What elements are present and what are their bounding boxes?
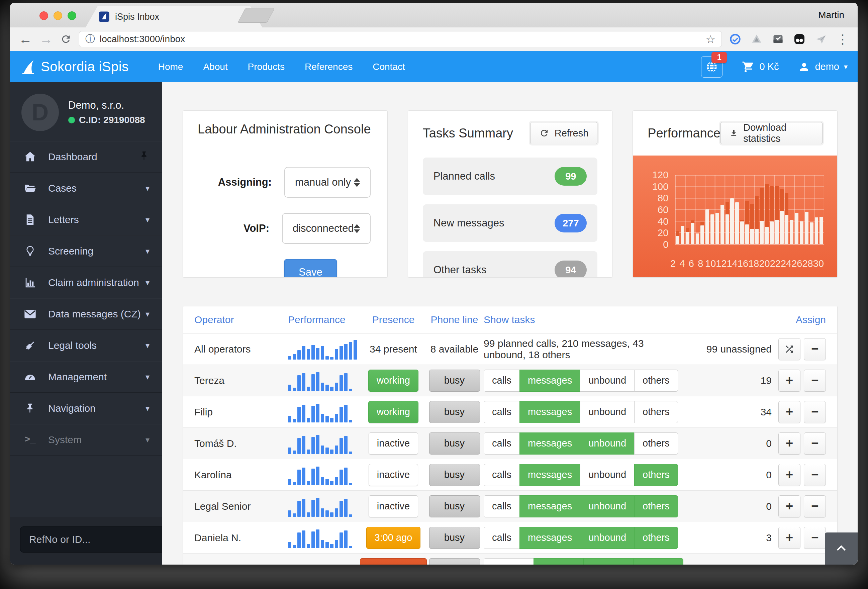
refno-search-input[interactable]: [20, 527, 167, 552]
assign-plus-button[interactable]: +: [778, 433, 800, 455]
task-item-planned-calls[interactable]: Planned calls99: [423, 158, 598, 195]
unassign-button[interactable]: −: [804, 338, 826, 360]
column-header-performance[interactable]: Performance: [288, 314, 362, 325]
task-toggle-others[interactable]: [633, 558, 683, 565]
presence-badge[interactable]: working: [368, 370, 418, 392]
assign-plus-button[interactable]: +: [778, 370, 800, 392]
nav-item-about[interactable]: About: [203, 62, 227, 72]
task-toggle-calls[interactable]: calls: [484, 464, 520, 486]
task-toggle-unbound[interactable]: unbound: [580, 370, 635, 392]
nav-item-contact[interactable]: Contact: [373, 62, 405, 72]
task-toggle-calls[interactable]: calls: [484, 401, 520, 423]
shuffle-assign-button[interactable]: [778, 338, 800, 360]
task-toggle-messages[interactable]: messages: [520, 464, 580, 486]
task-toggle-messages[interactable]: messages: [520, 495, 580, 517]
presence-badge[interactable]: [360, 558, 427, 565]
assign-minus-button[interactable]: −: [804, 527, 826, 549]
task-toggle-messages[interactable]: messages: [520, 433, 580, 455]
browser-tab[interactable]: iSpis Inbox ×: [81, 6, 267, 27]
assign-minus-button[interactable]: −: [804, 433, 826, 455]
task-toggle-messages[interactable]: messages: [520, 527, 580, 549]
workspace-extension-icon[interactable]: [729, 33, 741, 45]
refresh-button[interactable]: Refresh: [530, 122, 598, 144]
sidebar-item-cases[interactable]: Cases▾: [10, 173, 162, 204]
back-icon[interactable]: ←: [19, 32, 32, 46]
column-header-assign[interactable]: Assign: [671, 314, 826, 325]
task-toggle-calls[interactable]: calls: [484, 527, 520, 549]
minimize-window-button[interactable]: [53, 11, 62, 20]
task-toggle-calls[interactable]: [484, 558, 534, 565]
phone-line-badge[interactable]: busy: [429, 433, 480, 455]
phone-line-badge[interactable]: busy: [429, 527, 480, 549]
presence-badge[interactable]: inactive: [369, 464, 418, 486]
bookmark-star-icon[interactable]: ☆: [706, 33, 716, 46]
assign-minus-button[interactable]: −: [804, 370, 826, 392]
assign-minus-button[interactable]: −: [804, 401, 826, 423]
task-toggle-unbound[interactable]: unbound: [580, 527, 635, 549]
reload-icon[interactable]: [60, 34, 72, 45]
close-window-button[interactable]: [40, 11, 48, 20]
task-toggle-unbound[interactable]: unbound: [580, 401, 635, 423]
phone-line-badge[interactable]: busy: [429, 495, 480, 517]
task-toggle-unbound[interactable]: [583, 558, 633, 565]
sidebar-item-letters[interactable]: Letters▾: [10, 204, 162, 235]
task-item-other-tasks[interactable]: Other tasks94: [423, 251, 598, 278]
assign-plus-button[interactable]: +: [778, 495, 800, 517]
cart-button[interactable]: 0 Kč: [742, 61, 779, 73]
sidebar-item-dashboard[interactable]: Dashboard: [10, 141, 162, 173]
sidebar-item-legal-tools[interactable]: Legal tools▾: [10, 330, 162, 361]
sidebar-item-navigation[interactable]: Navigation▾: [10, 393, 162, 424]
assign-plus-button[interactable]: +: [778, 401, 800, 423]
task-toggle-calls[interactable]: calls: [484, 433, 520, 455]
task-toggle-messages[interactable]: messages: [520, 401, 580, 423]
nav-item-products[interactable]: Products: [248, 62, 285, 72]
column-header-presence[interactable]: Presence: [362, 314, 425, 325]
task-toggle-calls[interactable]: calls: [484, 495, 520, 517]
task-toggle-messages[interactable]: [533, 558, 584, 565]
task-toggle-calls[interactable]: calls: [484, 370, 520, 392]
assign-minus-button[interactable]: −: [804, 495, 826, 517]
inbox-extension-icon[interactable]: [772, 33, 784, 45]
presence-badge[interactable]: inactive: [369, 433, 418, 455]
presence-badge[interactable]: working: [368, 401, 418, 423]
assigning-select[interactable]: manual only: [284, 167, 371, 198]
sidebar-item-system[interactable]: >_System▾: [10, 424, 162, 456]
column-header-phone-line[interactable]: Phone line: [425, 314, 484, 325]
phone-line-badge[interactable]: busy: [429, 464, 480, 486]
send-extension-icon[interactable]: [815, 33, 827, 45]
assign-plus-button[interactable]: +: [778, 464, 800, 486]
brand[interactable]: Sokordia iSpis: [20, 59, 129, 75]
presence-badge[interactable]: inactive: [369, 495, 418, 517]
sidebar-item-screening[interactable]: Screening▾: [10, 235, 162, 267]
address-bar[interactable]: ⓘ localhost:3000/inbox ☆: [79, 31, 722, 47]
sidebar-item-claim-administration[interactable]: Claim administration▾: [10, 267, 162, 298]
task-toggle-unbound[interactable]: unbound: [580, 464, 635, 486]
task-item-new-messages[interactable]: New messages277: [423, 204, 598, 242]
user-menu[interactable]: demo ▾: [798, 61, 847, 73]
column-header-show-tasks[interactable]: Show tasks: [484, 314, 671, 325]
nav-item-home[interactable]: Home: [158, 62, 183, 72]
task-toggle-messages[interactable]: messages: [520, 370, 580, 392]
language-button[interactable]: 1: [701, 56, 722, 78]
assign-minus-button[interactable]: −: [804, 464, 826, 486]
voip-select[interactable]: disconnected: [282, 213, 371, 244]
sidebar-item-data-messages-cz[interactable]: Data messages (CZ)▾: [10, 298, 162, 330]
assign-plus-button[interactable]: +: [778, 527, 800, 549]
save-button[interactable]: Save: [284, 259, 337, 278]
browser-menu-icon[interactable]: ⋮: [836, 32, 849, 46]
phone-line-badge[interactable]: [429, 558, 480, 565]
scroll-to-top-button[interactable]: [825, 533, 858, 565]
task-toggle-unbound[interactable]: unbound: [580, 433, 635, 455]
phone-line-badge[interactable]: busy: [429, 401, 480, 423]
sidebar-item-management[interactable]: Management▾: [10, 361, 162, 393]
drive-extension-icon[interactable]: [751, 33, 763, 45]
reader-extension-icon[interactable]: [793, 33, 806, 45]
column-header-operator[interactable]: Operator: [194, 314, 288, 325]
page-info-icon[interactable]: ⓘ: [85, 32, 95, 46]
nav-item-references[interactable]: References: [305, 62, 353, 72]
task-toggle-unbound[interactable]: unbound: [580, 495, 635, 517]
phone-line-badge[interactable]: busy: [429, 370, 480, 392]
presence-badge[interactable]: 3:00 ago: [366, 527, 421, 549]
download-statistics-button[interactable]: Download statistics: [720, 122, 822, 144]
zoom-window-button[interactable]: [68, 11, 76, 20]
